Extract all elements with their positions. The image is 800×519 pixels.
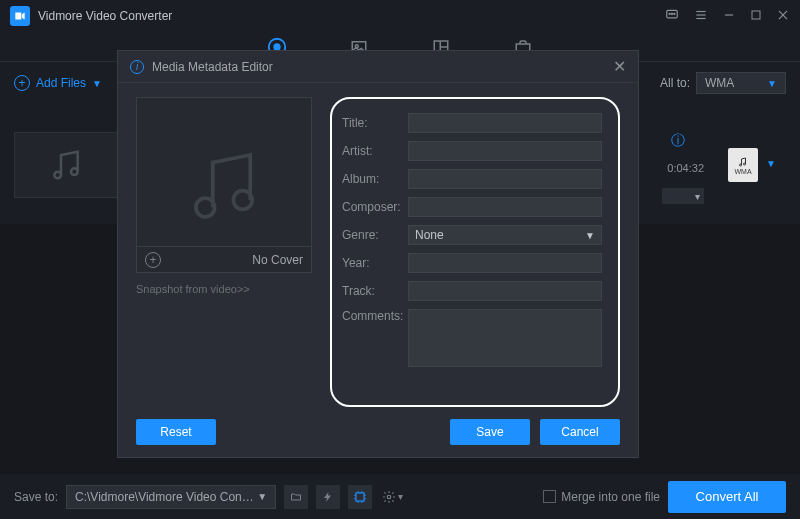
- dialog-footer: Reset Save Cancel: [118, 407, 638, 457]
- close-icon[interactable]: [776, 8, 790, 25]
- genre-value: None: [415, 228, 444, 242]
- genre-select[interactable]: None ▼: [408, 225, 602, 245]
- dialog-header: i Media Metadata Editor ✕: [118, 51, 638, 83]
- svg-rect-8: [752, 11, 760, 19]
- output-format-select[interactable]: WMA ▼: [696, 72, 786, 94]
- snapshot-link[interactable]: Snapshot from video>>: [136, 283, 312, 295]
- genre-label: Genre:: [342, 228, 408, 242]
- svg-point-21: [740, 164, 742, 166]
- year-label: Year:: [342, 256, 408, 270]
- add-files-label: Add Files: [36, 76, 86, 90]
- year-input[interactable]: [408, 253, 602, 273]
- convert-all-label: All to:: [660, 76, 690, 90]
- cancel-button[interactable]: Cancel: [540, 419, 620, 445]
- svg-point-12: [274, 44, 280, 50]
- save-button[interactable]: Save: [450, 419, 530, 445]
- album-label: Album:: [342, 172, 408, 186]
- chevron-down-icon: ▼: [767, 78, 777, 89]
- artist-input[interactable]: [408, 141, 602, 161]
- cover-art-box: + No Cover: [136, 97, 312, 273]
- file-duration: 0:04:32: [667, 162, 704, 174]
- file-thumbnail[interactable]: [14, 132, 118, 198]
- title-bar: Vidmore Video Converter: [0, 0, 800, 32]
- svg-point-2: [671, 13, 672, 14]
- comments-label: Comments:: [342, 309, 408, 323]
- svg-point-1: [669, 13, 670, 14]
- save-path-text: C:\Vidmore\Vidmore Video Converter\Conve…: [75, 490, 257, 504]
- merge-checkbox[interactable]: Merge into one file: [543, 490, 660, 504]
- chevron-down-icon: ▼: [92, 78, 102, 89]
- add-files-button[interactable]: + Add Files ▼: [14, 75, 102, 91]
- checkbox-icon: [543, 490, 556, 503]
- app-title: Vidmore Video Converter: [38, 9, 664, 23]
- close-icon[interactable]: ✕: [613, 57, 626, 76]
- add-cover-button[interactable]: +: [145, 252, 161, 268]
- svg-rect-23: [356, 492, 364, 500]
- lightning-button[interactable]: [316, 485, 340, 509]
- chevron-down-icon: ▾: [695, 191, 700, 202]
- merge-label: Merge into one file: [561, 490, 660, 504]
- info-icon: i: [130, 60, 144, 74]
- app-logo: [10, 6, 30, 26]
- metadata-fields: Title: Artist: Album: Composer: Genre: N…: [330, 97, 620, 407]
- save-path-select[interactable]: C:\Vidmore\Vidmore Video Converter\Conve…: [66, 485, 276, 509]
- track-label: Track:: [342, 284, 408, 298]
- info-icon[interactable]: ⓘ: [671, 132, 685, 150]
- svg-point-20: [71, 168, 78, 175]
- title-input[interactable]: [408, 113, 602, 133]
- title-label: Title:: [342, 116, 408, 130]
- subtitle-dropdown[interactable]: ▾: [662, 188, 704, 204]
- svg-point-32: [387, 495, 391, 499]
- metadata-editor-dialog: i Media Metadata Editor ✕ + No Cover Sna…: [117, 50, 639, 458]
- minimize-icon[interactable]: [722, 8, 736, 25]
- chevron-down-icon: ▾: [398, 491, 403, 502]
- svg-point-19: [54, 172, 61, 179]
- comments-input[interactable]: [408, 309, 602, 367]
- artist-label: Artist:: [342, 144, 408, 158]
- no-cover-label: No Cover: [252, 253, 303, 267]
- chevron-down-icon: ▼: [585, 230, 595, 241]
- output-format-label: WMA: [734, 168, 751, 175]
- reset-button[interactable]: Reset: [136, 419, 216, 445]
- output-format-tile[interactable]: WMA: [728, 148, 758, 182]
- menu-icon[interactable]: [694, 8, 708, 25]
- hardware-accel-button[interactable]: [348, 485, 372, 509]
- settings-button[interactable]: ▾: [380, 485, 404, 509]
- chevron-down-icon[interactable]: ▼: [766, 158, 776, 169]
- open-folder-button[interactable]: [284, 485, 308, 509]
- maximize-icon[interactable]: [750, 8, 762, 24]
- plus-icon: +: [14, 75, 30, 91]
- save-to-label: Save to:: [14, 490, 58, 504]
- svg-point-3: [674, 13, 675, 14]
- bottom-bar: Save to: C:\Vidmore\Vidmore Video Conver…: [0, 474, 800, 519]
- dialog-title: Media Metadata Editor: [152, 60, 273, 74]
- composer-label: Composer:: [342, 200, 408, 214]
- album-input[interactable]: [408, 169, 602, 189]
- chevron-down-icon: ▼: [257, 491, 267, 502]
- convert-all-button[interactable]: Convert All: [668, 481, 786, 513]
- selected-format: WMA: [705, 76, 734, 90]
- svg-point-22: [744, 163, 746, 165]
- track-input[interactable]: [408, 281, 602, 301]
- composer-input[interactable]: [408, 197, 602, 217]
- feedback-icon[interactable]: [664, 8, 680, 25]
